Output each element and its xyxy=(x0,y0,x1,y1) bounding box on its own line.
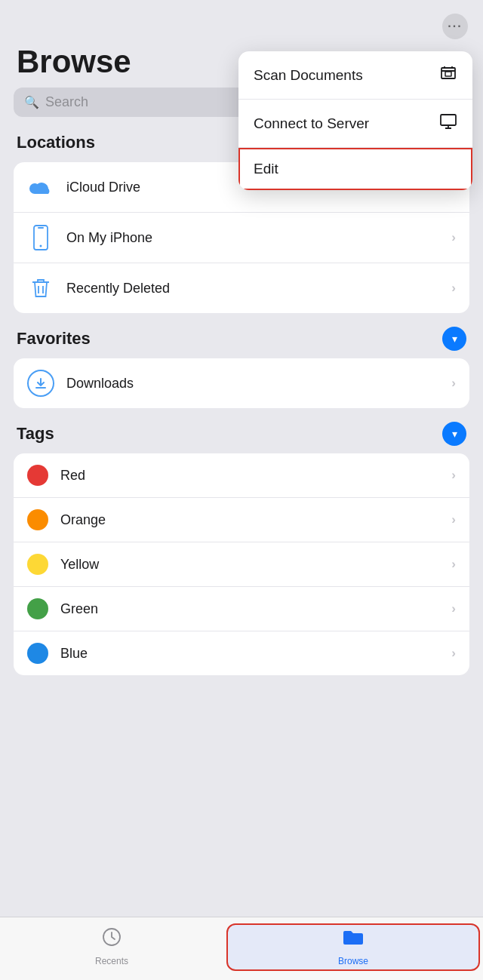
tags-chevron-icon: ▾ xyxy=(452,428,457,440)
favorites-list: Downloads › xyxy=(14,358,469,408)
list-item-downloads[interactable]: Downloads › xyxy=(14,358,469,408)
svg-rect-2 xyxy=(441,115,456,125)
trash-icon xyxy=(27,275,54,302)
svg-rect-1 xyxy=(445,72,451,76)
list-item-on-my-iphone[interactable]: On My iPhone › xyxy=(14,213,469,263)
red-chevron: › xyxy=(451,468,456,483)
connect-server-label: Connect to Server xyxy=(254,115,369,132)
list-item-blue[interactable]: Blue › xyxy=(14,631,469,675)
favorites-section: Favorites ▾ Downloads › xyxy=(14,327,469,408)
recently-deleted-chevron: › xyxy=(451,281,456,296)
red-dot xyxy=(27,465,48,486)
bottom-navigation: Recents Browse xyxy=(0,917,483,980)
orange-dot xyxy=(27,509,48,530)
edit-label: Edit xyxy=(254,161,278,177)
tags-toggle-button[interactable]: ▾ xyxy=(442,422,466,446)
green-chevron: › xyxy=(451,601,456,616)
svg-point-4 xyxy=(40,245,42,247)
downloads-chevron: › xyxy=(451,376,456,391)
favorites-title: Favorites xyxy=(17,329,91,349)
tags-title: Tags xyxy=(17,424,54,444)
scan-documents-label: Scan Documents xyxy=(254,67,363,84)
svg-rect-0 xyxy=(441,68,455,78)
monitor-icon xyxy=(439,112,457,134)
orange-label: Orange xyxy=(60,512,439,528)
list-item-yellow[interactable]: Yellow › xyxy=(14,542,469,587)
locations-title: Locations xyxy=(17,133,95,152)
dropdown-item-scan-documents[interactable]: Scan Documents xyxy=(238,51,472,100)
tags-list: Red › Orange › Yellow › Green › Blue › xyxy=(14,453,469,675)
search-icon: 🔍 xyxy=(24,95,39,109)
dropdown-menu: Scan Documents Connect to Server Edit xyxy=(238,51,472,190)
yellow-dot xyxy=(27,554,48,575)
downloads-label: Downloads xyxy=(66,376,439,392)
recents-label: Recents xyxy=(95,956,128,966)
nav-item-browse[interactable]: Browse xyxy=(226,923,480,971)
list-item-red[interactable]: Red › xyxy=(14,453,469,498)
dropdown-item-connect-server[interactable]: Connect to Server xyxy=(238,100,472,148)
dropdown-item-edit[interactable]: Edit xyxy=(238,148,472,190)
icloud-icon xyxy=(27,174,54,201)
search-placeholder: Search xyxy=(45,94,88,110)
list-item-recently-deleted[interactable]: Recently Deleted › xyxy=(14,263,469,313)
blue-label: Blue xyxy=(60,646,439,662)
blue-chevron: › xyxy=(451,646,456,661)
green-dot xyxy=(27,598,48,619)
nav-item-recents[interactable]: Recents xyxy=(0,923,223,966)
ellipsis-menu-button[interactable]: ··· xyxy=(442,14,468,39)
blue-dot xyxy=(27,643,48,664)
clock-icon xyxy=(101,926,122,953)
download-icon xyxy=(27,370,54,397)
favorites-toggle-button[interactable]: ▾ xyxy=(442,327,466,351)
ellipsis-icon: ··· xyxy=(448,20,462,33)
red-label: Red xyxy=(60,468,439,484)
iphone-icon xyxy=(27,224,54,251)
list-item-green[interactable]: Green › xyxy=(14,587,469,631)
on-my-iphone-chevron: › xyxy=(451,230,456,245)
green-label: Green xyxy=(60,601,439,617)
on-my-iphone-label: On My iPhone xyxy=(66,230,439,246)
orange-chevron: › xyxy=(451,512,456,527)
scan-icon xyxy=(439,64,457,86)
favorites-chevron-icon: ▾ xyxy=(452,333,457,345)
list-item-orange[interactable]: Orange › xyxy=(14,498,469,542)
tags-section: Tags ▾ Red › Orange › Yellow › Green › xyxy=(14,422,469,675)
yellow-label: Yellow xyxy=(60,557,439,573)
yellow-chevron: › xyxy=(451,557,456,572)
folder-icon xyxy=(342,928,365,953)
browse-label: Browse xyxy=(338,956,368,966)
recently-deleted-label: Recently Deleted xyxy=(66,281,439,296)
